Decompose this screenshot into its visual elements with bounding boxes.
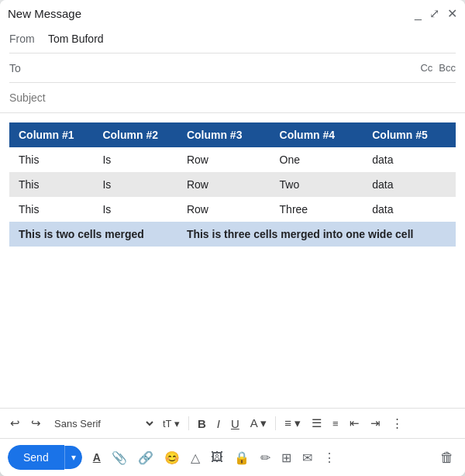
font-color-button[interactable]: A ▾ bbox=[246, 413, 270, 433]
align-button[interactable]: ≡ ▾ bbox=[281, 413, 305, 433]
more-icon-button[interactable]: ⋮ bbox=[320, 447, 339, 468]
merged-cell-1: This is two cells merged bbox=[9, 222, 177, 247]
row3-col3: Row bbox=[177, 197, 270, 222]
from-label: From bbox=[9, 33, 48, 45]
row3-col1: This bbox=[9, 197, 93, 222]
col5-header: Column #5 bbox=[363, 122, 456, 147]
title-bar: New Message _ ⤢ ✕ bbox=[0, 0, 465, 24]
from-row: From Tom Buford bbox=[9, 24, 456, 53]
compose-window: New Message _ ⤢ ✕ From Tom Buford To Cc … bbox=[0, 0, 465, 476]
table-header-row: Column #1 Column #2 Column #3 Column #4 … bbox=[9, 122, 456, 147]
insert-drive-button[interactable]: △ bbox=[188, 447, 203, 468]
separator-2 bbox=[275, 416, 276, 430]
window-title: New Message bbox=[8, 7, 81, 20]
header-fields: From Tom Buford To Cc Bcc bbox=[0, 24, 465, 113]
table-row: This Is Row Two data bbox=[9, 172, 456, 197]
italic-button[interactable]: I bbox=[213, 414, 224, 433]
indent-less-button[interactable]: ⇤ bbox=[346, 413, 363, 433]
row2-col2: Is bbox=[93, 172, 177, 197]
list-number-button[interactable]: ≡ bbox=[329, 415, 343, 433]
email-table: Column #1 Column #2 Column #3 Column #4 … bbox=[9, 122, 456, 247]
email-body[interactable]: Column #1 Column #2 Column #3 Column #4 … bbox=[0, 113, 465, 408]
subject-row bbox=[9, 83, 456, 112]
separator-1 bbox=[188, 416, 189, 430]
expand-icon[interactable]: ⤢ bbox=[429, 6, 439, 21]
row2-col5: data bbox=[363, 172, 456, 197]
cc-button[interactable]: Cc bbox=[420, 62, 432, 74]
row3-col2: Is bbox=[93, 197, 177, 222]
indent-more-button[interactable]: ⇥ bbox=[367, 413, 384, 433]
row1-col1: This bbox=[9, 147, 93, 172]
col2-header: Column #2 bbox=[93, 122, 177, 147]
row2-col4: Two bbox=[270, 172, 363, 197]
list-bullet-button[interactable]: ☰ bbox=[308, 413, 326, 433]
bcc-button[interactable]: Bcc bbox=[439, 62, 456, 74]
merged-cell-2: This is three cells merged into one wide… bbox=[177, 222, 456, 247]
redo-button[interactable]: ↪ bbox=[27, 413, 45, 433]
toggle-lock-button[interactable]: 🔒 bbox=[231, 447, 253, 468]
insert-emoji-button[interactable]: 😊 bbox=[161, 447, 183, 468]
formatting-toolbar: ↩ ↪ Sans Serif Arial Times New Roman tT … bbox=[0, 408, 465, 438]
merged-row: This is two cells merged This is three c… bbox=[9, 222, 456, 247]
more-formatting-button[interactable]: ⋮ bbox=[388, 413, 407, 433]
from-value: Tom Buford bbox=[48, 33, 456, 45]
row2-col1: This bbox=[9, 172, 93, 197]
to-row: To Cc Bcc bbox=[9, 53, 456, 83]
row1-col3: Row bbox=[177, 147, 270, 172]
col1-header: Column #1 bbox=[9, 122, 93, 147]
send-dropdown-button[interactable]: ▾ bbox=[64, 446, 82, 469]
insert-link-button[interactable]: 🔗 bbox=[135, 447, 157, 468]
font-size-button[interactable]: tT ▾ bbox=[159, 415, 184, 433]
row3-col4: Three bbox=[270, 197, 363, 222]
col4-header: Column #4 bbox=[270, 122, 363, 147]
subject-input[interactable] bbox=[9, 91, 456, 104]
to-label: To bbox=[9, 62, 48, 74]
insert-photo-button[interactable]: 🖼 bbox=[208, 447, 226, 467]
bottom-bar: Send ▾ A 📎 🔗 😊 △ 🖼 🔒 ✏ ⊞ ✉ ⋮ 🗑 bbox=[0, 438, 465, 476]
row1-col5: data bbox=[363, 147, 456, 172]
attach-file-button[interactable]: 📎 bbox=[108, 447, 130, 468]
more-options-button[interactable]: ⊞ bbox=[278, 447, 294, 468]
discard-button[interactable]: 🗑 bbox=[437, 447, 457, 469]
format-text-button[interactable]: A bbox=[90, 448, 104, 467]
row2-col3: Row bbox=[177, 172, 270, 197]
table-row: This Is Row One data bbox=[9, 147, 456, 172]
cc-bcc-actions: Cc Bcc bbox=[420, 62, 456, 74]
undo-button[interactable]: ↩ bbox=[6, 413, 24, 433]
table-row: This Is Row Three data bbox=[9, 197, 456, 222]
minimize-icon[interactable]: _ bbox=[415, 7, 422, 21]
templates-button[interactable]: ✉ bbox=[299, 447, 315, 468]
row1-col4: One bbox=[270, 147, 363, 172]
bold-button[interactable]: B bbox=[194, 414, 210, 433]
col3-header: Column #3 bbox=[177, 122, 270, 147]
send-button[interactable]: Send bbox=[8, 445, 64, 470]
font-family-select[interactable]: Sans Serif Arial Times New Roman bbox=[48, 416, 156, 432]
window-controls: _ ⤢ ✕ bbox=[415, 6, 457, 21]
signature-button[interactable]: ✏ bbox=[257, 447, 274, 468]
underline-button[interactable]: U bbox=[227, 414, 243, 433]
row1-col2: Is bbox=[93, 147, 177, 172]
row3-col5: data bbox=[363, 197, 456, 222]
bottom-actions: A 📎 🔗 😊 △ 🖼 🔒 ✏ ⊞ ✉ ⋮ bbox=[90, 447, 339, 468]
close-icon[interactable]: ✕ bbox=[447, 6, 457, 21]
send-button-group: Send ▾ bbox=[8, 445, 82, 470]
